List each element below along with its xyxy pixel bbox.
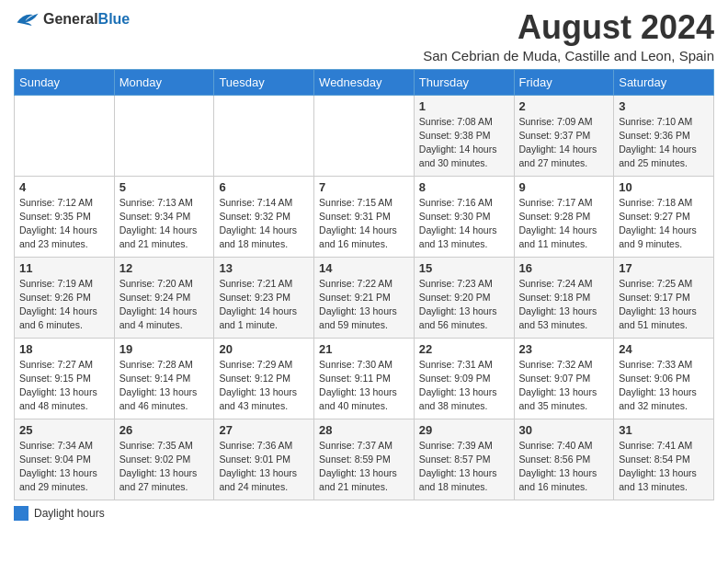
calendar-day-cell: 20Sunrise: 7:29 AM Sunset: 9:12 PM Dayli… [214, 338, 314, 419]
calendar-day-cell: 25Sunrise: 7:34 AM Sunset: 9:04 PM Dayli… [15, 419, 115, 500]
day-number: 10 [619, 180, 709, 194]
calendar-day-cell: 24Sunrise: 7:33 AM Sunset: 9:06 PM Dayli… [614, 338, 714, 419]
day-number: 5 [119, 180, 210, 194]
day-of-week-header: Monday [114, 69, 214, 95]
day-info: Sunrise: 7:13 AM Sunset: 9:34 PM Dayligh… [119, 196, 210, 252]
day-info: Sunrise: 7:31 AM Sunset: 9:09 PM Dayligh… [419, 358, 509, 414]
calendar-day-cell: 16Sunrise: 7:24 AM Sunset: 9:18 PM Dayli… [514, 257, 614, 338]
day-info: Sunrise: 7:10 AM Sunset: 9:36 PM Dayligh… [619, 115, 709, 171]
day-number: 23 [519, 342, 609, 356]
day-info: Sunrise: 7:21 AM Sunset: 9:23 PM Dayligh… [219, 277, 309, 333]
calendar-day-cell: 15Sunrise: 7:23 AM Sunset: 9:20 PM Dayli… [414, 257, 514, 338]
calendar-day-cell: 4Sunrise: 7:12 AM Sunset: 9:35 PM Daylig… [15, 176, 115, 257]
calendar-day-cell: 26Sunrise: 7:35 AM Sunset: 9:02 PM Dayli… [114, 419, 214, 500]
calendar-day-cell: 29Sunrise: 7:39 AM Sunset: 8:57 PM Dayli… [414, 419, 514, 500]
day-number: 11 [19, 261, 109, 275]
calendar-day-cell: 13Sunrise: 7:21 AM Sunset: 9:23 PM Dayli… [214, 257, 314, 338]
calendar-day-cell [114, 95, 214, 176]
day-info: Sunrise: 7:15 AM Sunset: 9:31 PM Dayligh… [319, 196, 409, 252]
day-number: 27 [219, 423, 309, 437]
calendar-day-cell: 10Sunrise: 7:18 AM Sunset: 9:27 PM Dayli… [614, 176, 714, 257]
day-info: Sunrise: 7:24 AM Sunset: 9:18 PM Dayligh… [519, 277, 609, 333]
day-of-week-header: Sunday [15, 69, 115, 95]
day-info: Sunrise: 7:29 AM Sunset: 9:12 PM Dayligh… [219, 358, 309, 414]
day-number: 25 [19, 423, 109, 437]
day-info: Sunrise: 7:12 AM Sunset: 9:35 PM Dayligh… [19, 196, 109, 252]
day-number: 24 [619, 342, 709, 356]
day-of-week-header: Thursday [414, 69, 514, 95]
day-of-week-header: Tuesday [214, 69, 314, 95]
day-of-week-header: Saturday [614, 69, 714, 95]
day-number: 13 [219, 261, 309, 275]
day-number: 3 [619, 99, 709, 113]
day-number: 15 [419, 261, 509, 275]
calendar-day-cell: 18Sunrise: 7:27 AM Sunset: 9:15 PM Dayli… [15, 338, 115, 419]
logo-text: GeneralBlue [43, 11, 130, 28]
calendar-week-row: 11Sunrise: 7:19 AM Sunset: 9:26 PM Dayli… [15, 257, 714, 338]
day-number: 1 [419, 99, 509, 113]
day-info: Sunrise: 7:33 AM Sunset: 9:06 PM Dayligh… [619, 358, 709, 414]
day-number: 14 [319, 261, 409, 275]
title-area: August 2024 San Cebrian de Muda, Castill… [423, 9, 714, 63]
day-info: Sunrise: 7:34 AM Sunset: 9:04 PM Dayligh… [19, 439, 109, 495]
day-info: Sunrise: 7:19 AM Sunset: 9:26 PM Dayligh… [19, 277, 109, 333]
calendar-day-cell: 19Sunrise: 7:28 AM Sunset: 9:14 PM Dayli… [114, 338, 214, 419]
day-info: Sunrise: 7:08 AM Sunset: 9:38 PM Dayligh… [419, 115, 509, 171]
calendar-day-cell [15, 95, 115, 176]
calendar-day-cell: 14Sunrise: 7:22 AM Sunset: 9:21 PM Dayli… [314, 257, 415, 338]
day-info: Sunrise: 7:40 AM Sunset: 8:56 PM Dayligh… [519, 439, 609, 495]
calendar-day-cell: 22Sunrise: 7:31 AM Sunset: 9:09 PM Dayli… [414, 338, 514, 419]
calendar-day-cell [314, 95, 415, 176]
calendar-day-cell: 30Sunrise: 7:40 AM Sunset: 8:56 PM Dayli… [514, 419, 614, 500]
day-info: Sunrise: 7:28 AM Sunset: 9:14 PM Dayligh… [119, 358, 210, 414]
legend-color-box [14, 506, 28, 521]
day-number: 20 [219, 342, 309, 356]
calendar-week-row: 1Sunrise: 7:08 AM Sunset: 9:38 PM Daylig… [15, 95, 714, 176]
calendar-table: SundayMondayTuesdayWednesdayThursdayFrid… [14, 69, 714, 500]
day-info: Sunrise: 7:41 AM Sunset: 8:54 PM Dayligh… [619, 439, 709, 495]
calendar-day-cell [214, 95, 314, 176]
calendar-day-cell: 9Sunrise: 7:17 AM Sunset: 9:28 PM Daylig… [514, 176, 614, 257]
calendar-day-cell: 3Sunrise: 7:10 AM Sunset: 9:36 PM Daylig… [614, 95, 714, 176]
day-info: Sunrise: 7:18 AM Sunset: 9:27 PM Dayligh… [619, 196, 709, 252]
logo-icon [14, 9, 40, 29]
day-number: 26 [119, 423, 210, 437]
day-info: Sunrise: 7:32 AM Sunset: 9:07 PM Dayligh… [519, 358, 609, 414]
day-number: 2 [519, 99, 609, 113]
calendar-day-cell: 1Sunrise: 7:08 AM Sunset: 9:38 PM Daylig… [414, 95, 514, 176]
logo-general: General [43, 11, 98, 27]
day-number: 19 [119, 342, 210, 356]
calendar-day-cell: 8Sunrise: 7:16 AM Sunset: 9:30 PM Daylig… [414, 176, 514, 257]
day-info: Sunrise: 7:37 AM Sunset: 8:59 PM Dayligh… [319, 439, 409, 495]
location-subtitle: San Cebrian de Muda, Castille and Leon, … [423, 48, 714, 63]
calendar-day-cell: 27Sunrise: 7:36 AM Sunset: 9:01 PM Dayli… [214, 419, 314, 500]
legend: Daylight hours [14, 506, 714, 521]
day-number: 8 [419, 180, 509, 194]
day-info: Sunrise: 7:25 AM Sunset: 9:17 PM Dayligh… [619, 277, 709, 333]
day-info: Sunrise: 7:20 AM Sunset: 9:24 PM Dayligh… [119, 277, 210, 333]
calendar-day-cell: 12Sunrise: 7:20 AM Sunset: 9:24 PM Dayli… [114, 257, 214, 338]
day-number: 31 [619, 423, 709, 437]
day-number: 4 [19, 180, 109, 194]
logo: GeneralBlue [14, 9, 130, 29]
day-info: Sunrise: 7:09 AM Sunset: 9:37 PM Dayligh… [519, 115, 609, 171]
day-number: 9 [519, 180, 609, 194]
calendar-week-row: 25Sunrise: 7:34 AM Sunset: 9:04 PM Dayli… [15, 419, 714, 500]
day-number: 16 [519, 261, 609, 275]
day-info: Sunrise: 7:27 AM Sunset: 9:15 PM Dayligh… [19, 358, 109, 414]
day-number: 30 [519, 423, 609, 437]
day-number: 22 [419, 342, 509, 356]
legend-label: Daylight hours [34, 507, 105, 520]
day-number: 28 [319, 423, 409, 437]
header: GeneralBlue August 2024 San Cebrian de M… [14, 9, 714, 63]
day-number: 29 [419, 423, 509, 437]
day-info: Sunrise: 7:14 AM Sunset: 9:32 PM Dayligh… [219, 196, 309, 252]
day-info: Sunrise: 7:23 AM Sunset: 9:20 PM Dayligh… [419, 277, 509, 333]
month-year-title: August 2024 [423, 9, 714, 46]
calendar-day-cell: 21Sunrise: 7:30 AM Sunset: 9:11 PM Dayli… [314, 338, 415, 419]
calendar-day-cell: 31Sunrise: 7:41 AM Sunset: 8:54 PM Dayli… [614, 419, 714, 500]
calendar-day-cell: 5Sunrise: 7:13 AM Sunset: 9:34 PM Daylig… [114, 176, 214, 257]
day-info: Sunrise: 7:22 AM Sunset: 9:21 PM Dayligh… [319, 277, 409, 333]
day-info: Sunrise: 7:16 AM Sunset: 9:30 PM Dayligh… [419, 196, 509, 252]
calendar-day-cell: 23Sunrise: 7:32 AM Sunset: 9:07 PM Dayli… [514, 338, 614, 419]
